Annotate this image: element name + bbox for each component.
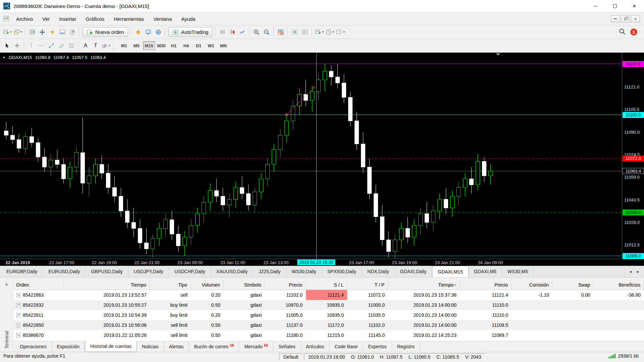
shapes-tool-button[interactable]: ▾ xyxy=(101,41,111,51)
timeframe-m30[interactable]: M30 xyxy=(156,41,167,50)
chart-tab-gdaxi-m5[interactable]: GDAXI,M5 xyxy=(469,266,502,277)
community-button[interactable] xyxy=(153,27,163,37)
chart-area[interactable]: ▼ GDAXI,M15 11060.8 11067.4 11057.5 1106… xyxy=(0,53,644,266)
chart-tab-gdaxi-m15[interactable]: GDAXI,M15 xyxy=(432,266,469,277)
market-watch-button[interactable] xyxy=(27,27,37,37)
menu-herramientas[interactable]: Herramientas xyxy=(109,12,149,25)
menu-ayuda[interactable]: Ayuda xyxy=(176,12,200,25)
table-row[interactable]: 854228112019.01.23 10:54:39buy limit0.20… xyxy=(13,310,644,320)
table-row[interactable]: 853866702019.01.22 11:05:26sell limit0.5… xyxy=(13,330,644,340)
new-chart-button[interactable]: ▾ xyxy=(2,27,13,37)
chart-close-button[interactable]: × xyxy=(631,15,640,22)
panel-splitter[interactable] xyxy=(0,278,644,280)
trendline-tool-button[interactable] xyxy=(46,41,56,51)
timeframe-mn[interactable]: MN xyxy=(218,41,229,50)
column-header-tipo[interactable]: Tipo xyxy=(150,280,191,290)
column-header-swap[interactable]: Swap xyxy=(552,280,594,290)
terminal-tab-se-ales[interactable]: Señales xyxy=(273,341,301,352)
chart-tab-eurusd-daily[interactable]: EURUSD,Daily xyxy=(43,266,86,277)
chart-tab-eurgbp-daily[interactable]: EURGBP,Daily xyxy=(1,266,43,277)
zoom-out-button[interactable] xyxy=(262,27,272,37)
chart-restore-button[interactable] xyxy=(621,15,630,22)
chart-tab-j225-daily[interactable]: J225,Daily xyxy=(253,266,286,277)
bar-chart-mode-button[interactable] xyxy=(217,27,227,37)
time-axis[interactable]: 22 Jan 201922 Jan 17:0022 Jan 19:0022 Ja… xyxy=(0,259,622,266)
chart-window-icon[interactable] xyxy=(3,16,9,22)
column-header-orden[interactable]: Orden xyxy=(13,280,64,290)
column-header-tp[interactable]: T / P xyxy=(347,280,388,290)
channel-tool-button[interactable] xyxy=(56,41,66,51)
terminal-tab-expertos[interactable]: Expertos xyxy=(363,341,392,352)
timeframe-w1[interactable]: W1 xyxy=(205,41,217,50)
terminal-tab-code-base[interactable]: Code Base xyxy=(329,341,363,352)
data-window-button[interactable] xyxy=(37,27,47,37)
table-row[interactable]: 854228632019.01.23 13:52:57sell0.20gdaxi… xyxy=(13,290,644,300)
vertical-line-tool-button[interactable] xyxy=(26,41,36,51)
chart-tab-gbpusd-daily[interactable]: GBPUSD,Daily xyxy=(86,266,128,277)
close-button[interactable]: × xyxy=(625,0,644,12)
minimize-button[interactable] xyxy=(586,0,605,12)
strategy-tester-button[interactable] xyxy=(67,27,77,37)
timeframe-h4[interactable]: H4 xyxy=(180,41,192,50)
text-tool-button[interactable]: A xyxy=(80,41,91,51)
terminal-tab-buz-n-de-correo[interactable]: Buzón de correo16 xyxy=(189,341,239,352)
line-chart-mode-button[interactable] xyxy=(237,27,248,37)
menu-insertar[interactable]: Insertar xyxy=(55,12,81,25)
column-header-simbolo[interactable]: Símbolo xyxy=(224,280,265,290)
terminal-close-button[interactable]: × xyxy=(0,280,13,288)
profiles-button[interactable]: ▾ xyxy=(13,27,23,37)
terminal-tab-mercado[interactable]: Mercado62 xyxy=(239,341,273,352)
fibonacci-tool-button[interactable] xyxy=(66,41,76,51)
timeframe-m5[interactable]: M5 xyxy=(131,41,143,50)
notification-badge[interactable]: 1 xyxy=(630,28,637,36)
timeframe-m1[interactable]: M1 xyxy=(118,41,130,50)
maximize-button[interactable] xyxy=(605,0,625,12)
terminal-tab-historial-de-cuentas[interactable]: Historial de cuentas xyxy=(85,341,137,352)
label-tool-button[interactable]: T xyxy=(91,41,101,51)
one-click-trading-arrow[interactable]: ▼ xyxy=(3,56,6,59)
column-header-comision[interactable]: Comisión xyxy=(512,280,552,290)
terminal-button[interactable] xyxy=(57,27,67,37)
table-row[interactable]: 854228322019.01.23 10:55:27buy limit0.50… xyxy=(13,300,644,310)
tab-scroll-right-button[interactable]: ► xyxy=(635,268,641,275)
column-header-tiempo[interactable]: Tiempo xyxy=(64,280,150,290)
templates-button[interactable]: ▾ xyxy=(335,27,346,37)
menu-gr-ficos[interactable]: Gráficos xyxy=(81,12,109,25)
column-header-beneficios[interactable]: Beneficios xyxy=(594,280,644,290)
chart-tab-spx500-daily[interactable]: SPX500,Daily xyxy=(322,266,362,277)
pointer-tool-button[interactable] xyxy=(2,41,12,51)
menu-archivo[interactable]: Archivo xyxy=(11,12,38,25)
periods-button[interactable]: ▾ xyxy=(325,27,335,37)
terminal-tab-noticias[interactable]: Noticias xyxy=(137,341,164,352)
timeframe-h1[interactable]: H1 xyxy=(168,41,180,50)
navigator-button[interactable]: ★ xyxy=(47,27,57,37)
crosshair-tool-button[interactable] xyxy=(12,41,22,51)
column-header-sl[interactable]: S / L xyxy=(306,280,347,290)
horizontal-line-tool-button[interactable] xyxy=(36,41,46,51)
column-header-tiempo_cierre[interactable]: Tiempo▾ xyxy=(388,280,460,290)
metaeditor-button[interactable] xyxy=(133,27,143,37)
chart-tab-gdaxi-daily[interactable]: GDAXI,Daily xyxy=(395,266,432,277)
chart-tab-ws30-m5[interactable]: WS30,M5 xyxy=(502,266,534,277)
chart-upload-button[interactable] xyxy=(143,27,153,37)
menu-ver[interactable]: Ver xyxy=(38,12,55,25)
autotrading-button[interactable]: AutoTrading xyxy=(168,27,212,37)
new-order-button[interactable]: Nueva orden xyxy=(83,27,128,37)
auto-scroll-button[interactable] xyxy=(290,27,300,37)
tab-scroll-left-button[interactable]: ◄ xyxy=(627,268,634,275)
menu-ventana[interactable]: Ventana xyxy=(149,12,176,25)
tile-windows-button[interactable] xyxy=(276,27,286,37)
terminal-tab-operaciones[interactable]: Operaciones xyxy=(15,341,52,352)
chart-tab-usdjpy-daily[interactable]: USDJPY,Daily xyxy=(128,266,169,277)
chart-tab-ws30-daily[interactable]: WS30,Daily xyxy=(286,266,322,277)
price-scale[interactable]: 11121.011105.511090.011074.511059.011043… xyxy=(622,53,644,259)
chart-shift-button[interactable] xyxy=(300,27,310,37)
zoom-in-button[interactable] xyxy=(252,27,262,37)
terminal-tab-art-culos[interactable]: Artículos xyxy=(301,341,329,352)
chart-minimize-button[interactable] xyxy=(611,15,620,22)
chart-tab-usdchf-daily[interactable]: USDCHF,Daily xyxy=(169,266,211,277)
terminal-tab-registro[interactable]: Registro xyxy=(392,341,420,352)
indicators-button[interactable]: ▾ xyxy=(314,27,325,37)
profile-selector[interactable]: Default xyxy=(279,353,303,361)
chart-tab-xauusd-daily[interactable]: XAUUSD,Daily xyxy=(211,266,253,277)
